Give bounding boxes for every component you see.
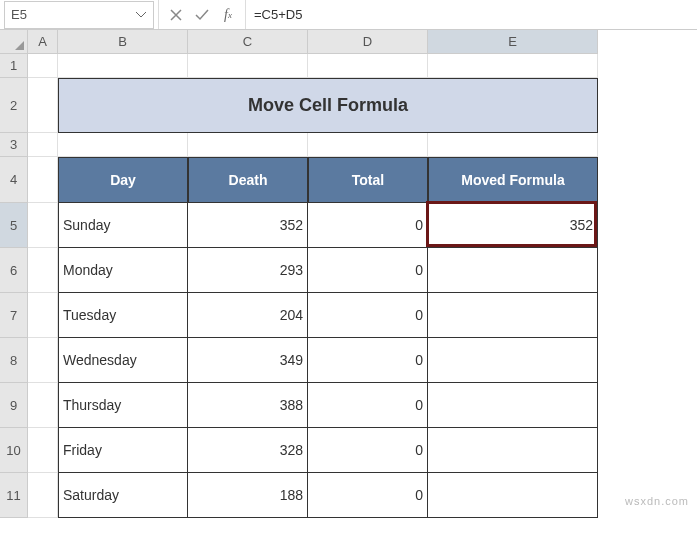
cell-day[interactable]: Tuesday <box>58 293 188 338</box>
cell-moved-formula[interactable] <box>428 248 598 293</box>
cells-area[interactable]: Move Cell FormulaDayDeathTotalMoved Form… <box>28 54 598 518</box>
table-row: Wednesday3490 <box>28 338 598 383</box>
cell-C1[interactable] <box>188 54 308 78</box>
row-header-1[interactable]: 1 <box>0 54 28 78</box>
formula-text: =C5+D5 <box>254 7 302 22</box>
cell-A5[interactable] <box>28 203 58 248</box>
cell-death[interactable]: 388 <box>188 383 308 428</box>
cell-day[interactable]: Wednesday <box>58 338 188 383</box>
cell-moved-formula[interactable] <box>428 473 598 518</box>
row-header-9[interactable]: 9 <box>0 383 28 428</box>
watermark: wsxdn.com <box>625 495 689 507</box>
table-row: Thursday3880 <box>28 383 598 428</box>
cell-death[interactable]: 293 <box>188 248 308 293</box>
column-headers: ABCDE <box>28 30 598 54</box>
col-header-E[interactable]: E <box>428 30 598 54</box>
table-row: Tuesday2040 <box>28 293 598 338</box>
cell-total[interactable]: 0 <box>308 203 428 248</box>
row-header-4[interactable]: 4 <box>0 157 28 203</box>
row-header-5[interactable]: 5 <box>0 203 28 248</box>
name-box-dropdown-icon[interactable] <box>135 9 147 21</box>
cell-moved-formula[interactable]: 352 <box>428 203 598 248</box>
cell-day[interactable]: Thursday <box>58 383 188 428</box>
col-header-C[interactable]: C <box>188 30 308 54</box>
cell-E3[interactable] <box>428 133 598 157</box>
cell-total[interactable]: 0 <box>308 383 428 428</box>
formula-bar: E5 fx =C5+D5 <box>0 0 697 30</box>
cell-moved-formula[interactable] <box>428 428 598 473</box>
cell-total[interactable]: 0 <box>308 248 428 293</box>
cell-A3[interactable] <box>28 133 58 157</box>
cell-moved-formula[interactable] <box>428 383 598 428</box>
table-row: Sunday3520352 <box>28 203 598 248</box>
cell-total[interactable]: 0 <box>308 428 428 473</box>
cell-moved-formula[interactable] <box>428 293 598 338</box>
cell-D1[interactable] <box>308 54 428 78</box>
cell-A1[interactable] <box>28 54 58 78</box>
cell-A10[interactable] <box>28 428 58 473</box>
confirm-icon[interactable] <box>193 6 211 24</box>
cell-A11[interactable] <box>28 473 58 518</box>
cell-day[interactable]: Friday <box>58 428 188 473</box>
table-row: Saturday1880 <box>28 473 598 518</box>
table-header-death[interactable]: Death <box>188 157 308 203</box>
fx-icon[interactable]: fx <box>219 6 237 24</box>
name-box[interactable]: E5 <box>4 1 154 29</box>
cell-total[interactable]: 0 <box>308 293 428 338</box>
table-row: Friday3280 <box>28 428 598 473</box>
table-header-day[interactable]: Day <box>58 157 188 203</box>
cell-A6[interactable] <box>28 248 58 293</box>
col-header-B[interactable]: B <box>58 30 188 54</box>
row-header-6[interactable]: 6 <box>0 248 28 293</box>
col-header-A[interactable]: A <box>28 30 58 54</box>
row-header-7[interactable]: 7 <box>0 293 28 338</box>
cell-A4[interactable] <box>28 157 58 203</box>
cell-day[interactable]: Monday <box>58 248 188 293</box>
row-header-10[interactable]: 10 <box>0 428 28 473</box>
table-header-moved-formula[interactable]: Moved Formula <box>428 157 598 203</box>
cell-B1[interactable] <box>58 54 188 78</box>
cell-day[interactable]: Sunday <box>58 203 188 248</box>
name-box-value: E5 <box>11 7 27 22</box>
col-header-D[interactable]: D <box>308 30 428 54</box>
cell-death[interactable]: 352 <box>188 203 308 248</box>
formula-controls: fx <box>158 0 246 29</box>
row-headers: 1234567891011 <box>0 54 28 518</box>
row-header-11[interactable]: 11 <box>0 473 28 518</box>
table-row: Monday2930 <box>28 248 598 293</box>
cell-death[interactable]: 328 <box>188 428 308 473</box>
cell-A9[interactable] <box>28 383 58 428</box>
cell-day[interactable]: Saturday <box>58 473 188 518</box>
cell-total[interactable]: 0 <box>308 338 428 383</box>
cell-moved-formula[interactable] <box>428 338 598 383</box>
row-header-3[interactable]: 3 <box>0 133 28 157</box>
cell-death[interactable]: 204 <box>188 293 308 338</box>
cell-E1[interactable] <box>428 54 598 78</box>
cell-A2[interactable] <box>28 78 58 133</box>
title-banner[interactable]: Move Cell Formula <box>58 78 598 133</box>
spreadsheet-grid: ABCDE 1234567891011 Move Cell FormulaDay… <box>0 30 697 547</box>
row-header-8[interactable]: 8 <box>0 338 28 383</box>
cell-death[interactable]: 349 <box>188 338 308 383</box>
cell-A8[interactable] <box>28 338 58 383</box>
formula-input[interactable]: =C5+D5 <box>246 0 697 29</box>
cell-A7[interactable] <box>28 293 58 338</box>
cell-death[interactable]: 188 <box>188 473 308 518</box>
row-header-2[interactable]: 2 <box>0 78 28 133</box>
cell-total[interactable]: 0 <box>308 473 428 518</box>
cell-C3[interactable] <box>188 133 308 157</box>
cell-D3[interactable] <box>308 133 428 157</box>
cancel-icon[interactable] <box>167 6 185 24</box>
cell-B3[interactable] <box>58 133 188 157</box>
table-header-total[interactable]: Total <box>308 157 428 203</box>
select-all-corner[interactable] <box>0 30 28 54</box>
